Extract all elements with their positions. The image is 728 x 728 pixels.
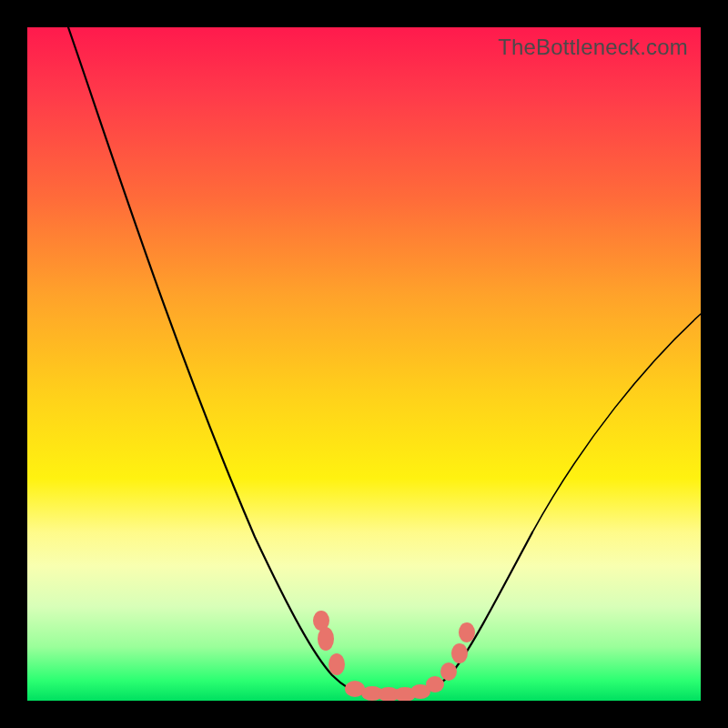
marker	[318, 627, 334, 651]
marker-group	[313, 611, 475, 701]
marker	[440, 662, 457, 681]
chart-frame: TheBottleneck.com	[0, 0, 728, 728]
curve-right-branch-lower	[410, 532, 532, 696]
marker	[329, 653, 345, 675]
marker	[459, 622, 475, 642]
curve-right-branch-upper	[532, 314, 701, 532]
bottleneck-curve	[27, 27, 701, 701]
marker	[451, 643, 468, 663]
curve-left-branch	[68, 27, 364, 694]
plot-area: TheBottleneck.com	[27, 27, 701, 701]
marker	[426, 676, 444, 693]
